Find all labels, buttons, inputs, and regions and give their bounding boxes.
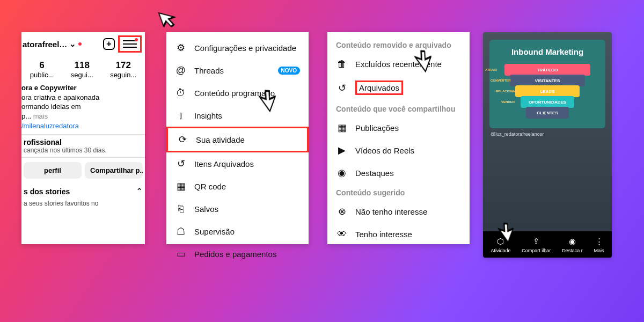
menu-label: Supervisão: [194, 227, 235, 236]
menu-item[interactable]: ⊗Não tenho interesse: [327, 200, 470, 223]
bio-line: p...: [21, 112, 31, 120]
menu-label: QR code: [194, 182, 226, 191]
action-label: Atividade: [491, 248, 510, 253]
menu-item[interactable]: ⟳Sua atividade: [166, 127, 309, 152]
profile-header: atorafreel… ⌄ +: [21, 32, 145, 55]
profile-stats: 6public... 118segui... 172seguin...: [21, 55, 145, 81]
menu-item[interactable]: ⫿Insights: [166, 104, 309, 127]
profile-buttons: perfil Compartilhar p...: [21, 158, 145, 183]
edit-profile-button[interactable]: perfil: [24, 162, 82, 179]
menu-item[interactable]: ⏱Conteúdo programado: [166, 82, 309, 104]
menu-item[interactable]: ↺Itens Arquivados: [166, 152, 309, 175]
menu-dot-icon: [135, 38, 138, 41]
stat-posts[interactable]: 6public...: [30, 60, 54, 79]
pro-title: rofissional: [24, 138, 143, 147]
stat-following[interactable]: 172seguin...: [110, 60, 136, 79]
menu-item[interactable]: 🗑Excluídos recentemente: [327, 53, 470, 75]
menu-icon: ⫿: [175, 109, 187, 121]
menu-item[interactable]: 👁Tenho interesse: [327, 223, 470, 245]
menu-icon: ▦: [175, 180, 187, 192]
menu-icon: ⚙: [175, 42, 187, 54]
menu-label: Sua atividade: [196, 135, 245, 144]
menu-icon: ▦: [336, 122, 348, 134]
settings-menu-panel: ⚙Configurações e privacidade@ThreadsNOVO…: [166, 32, 309, 244]
story-poster[interactable]: Inbound Marketing ATRAIRTRÁFEGOCONVERTER…: [489, 40, 605, 128]
menu-label: Excluídos recentemente: [355, 60, 442, 69]
menu-icon: ⏱: [175, 87, 187, 99]
menu-item[interactable]: @ThreadsNOVO: [166, 59, 309, 82]
story-action[interactable]: ⬡Atividade: [491, 237, 510, 253]
menu-icon: ⊗: [336, 206, 348, 217]
menu-label: Configurações e privacidade: [194, 43, 296, 53]
menu-item[interactable]: ⎗Salvos: [166, 197, 309, 220]
menu-item[interactable]: ▦Publicações: [327, 116, 470, 139]
menu-label: Publicações: [355, 123, 399, 133]
profile-panel: atorafreel… ⌄ + 6public... 118segui... 1…: [21, 32, 145, 244]
menu-icon: ▭: [175, 248, 187, 260]
professional-dashboard[interactable]: rofissional cançada nos últimos 30 dias.: [21, 134, 145, 158]
menu-item[interactable]: ▦QR code: [166, 175, 309, 197]
username-dropdown[interactable]: atorafreel… ⌄: [21, 39, 103, 49]
menu-item[interactable]: ↺Arquivados: [327, 75, 470, 100]
menu-icon: ▶: [336, 144, 348, 156]
create-post-button[interactable]: +: [103, 38, 115, 50]
story-action[interactable]: ⋮Mais: [594, 237, 604, 253]
funnel-layer: VENDEROPORTUNIDADES: [521, 96, 574, 108]
highlights-title: s dos stories: [24, 187, 70, 196]
menu-label: Threads: [194, 66, 224, 75]
menu-icon: 🗑: [336, 58, 348, 70]
menu-item[interactable]: ⚙Configurações e privacidade: [166, 36, 309, 59]
menu-label: Salvos: [194, 204, 218, 214]
menu-icon: ◉: [336, 167, 348, 179]
menu-item[interactable]: ◉Destaques: [327, 162, 470, 184]
action-icon: ⋮: [595, 237, 603, 246]
menu-icon: ↺: [336, 82, 348, 94]
action-label: Mais: [594, 248, 604, 253]
menu-icon: ↺: [175, 158, 187, 170]
menu-label: Arquivados: [355, 80, 403, 95]
menu-label: Tenho interesse: [355, 230, 412, 239]
story-handle: @luz_redatorafreelancer: [491, 131, 604, 137]
story-archive-panel: Inbound Marketing ATRAIRTRÁFEGOCONVERTER…: [483, 32, 612, 258]
pro-subtitle: cançada nos últimos 30 dias.: [24, 147, 143, 154]
stat-followers[interactable]: 118segui...: [71, 60, 93, 79]
profile-bio: ora e Copywriter ora criativa e apaixona…: [21, 81, 145, 121]
section-header: Conteúdo sugerido: [327, 184, 470, 200]
menu-item[interactable]: ▶Vídeos do Reels: [327, 139, 470, 162]
story-action[interactable]: ◉Destaca r: [562, 237, 583, 253]
menu-item[interactable]: ☖Supervisão: [166, 220, 309, 243]
story-action[interactable]: ⇪Compart ilhar: [522, 237, 551, 253]
highlights-subtitle: a seus stories favoritos no: [21, 200, 145, 207]
chevron-down-icon: ⌄: [69, 39, 76, 49]
action-icon: ⇪: [533, 237, 540, 246]
menu-label: Pedidos e pagamentos: [194, 250, 276, 259]
menu-icon: ⎗: [175, 203, 187, 215]
activity-menu-panel: Conteúdo removido e arquivado🗑Excluídos …: [327, 32, 470, 244]
action-label: Destaca r: [562, 248, 583, 253]
notification-dot-icon: [78, 42, 82, 46]
profile-link[interactable]: /milenaluzredatora: [21, 121, 145, 134]
bio-line: ormando ideias em: [21, 102, 143, 112]
funnel-layer: CLIENTES: [526, 107, 569, 119]
menu-item[interactable]: ▭Pedidos e pagamentos: [166, 243, 309, 265]
menu-icon: ⟳: [177, 134, 188, 145]
highlights-header[interactable]: s dos stories ⌃: [21, 183, 145, 200]
menu-icon: ☖: [175, 225, 187, 237]
bio-more-link[interactable]: mais: [31, 112, 48, 120]
funnel-layer: CONVERTERVISITANTES: [510, 75, 585, 86]
action-icon: ◉: [569, 237, 576, 246]
cursor-arrow-icon: [155, 3, 185, 33]
menu-label: Insights: [194, 111, 222, 120]
menu-icon: @: [175, 64, 187, 76]
hamburger-menu-button[interactable]: [118, 35, 142, 53]
poster-title: Inbound Marketing: [494, 47, 601, 56]
funnel-layer: ATRAIRTRÁFEGO: [504, 64, 590, 76]
section-header: Conteúdo que você compartilhou: [327, 100, 470, 116]
funnel-layer: RELACIONARLEADS: [515, 85, 580, 97]
chevron-up-icon: ⌃: [136, 186, 143, 196]
menu-label: Não tenho interesse: [355, 207, 427, 216]
menu-label: Itens Arquivados: [194, 159, 254, 169]
menu-label: Conteúdo programado: [194, 89, 275, 98]
share-profile-button[interactable]: Compartilhar p...: [85, 162, 143, 179]
action-icon: ⬡: [497, 237, 504, 246]
